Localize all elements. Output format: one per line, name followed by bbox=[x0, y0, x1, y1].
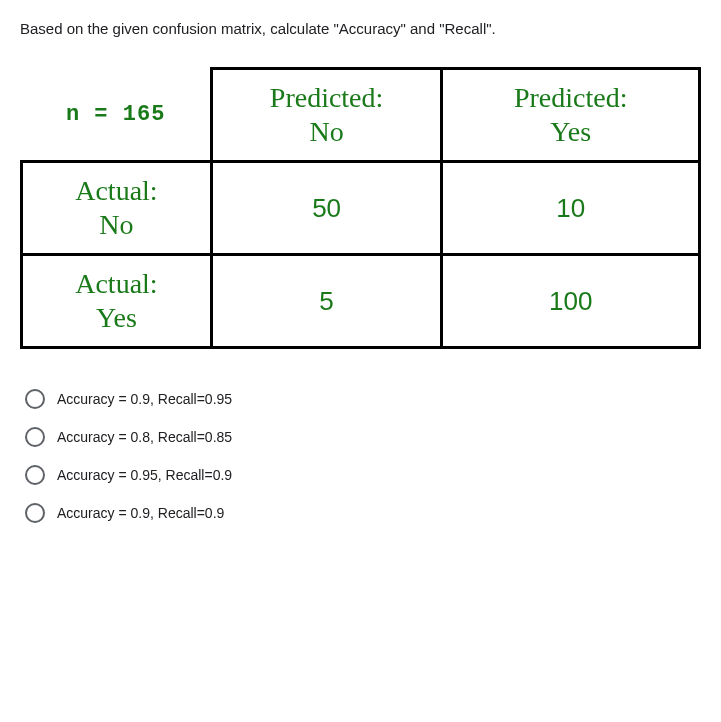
row-header-actual-no: Actual: No bbox=[23, 163, 210, 253]
actual-value-2: Yes bbox=[96, 301, 137, 335]
pred-label-2: Predicted: bbox=[514, 81, 628, 115]
cell-tn: 50 bbox=[213, 163, 441, 253]
actual-label-1: Actual: bbox=[75, 174, 157, 208]
option-1[interactable]: Accuracy = 0.9, Recall=0.95 bbox=[25, 389, 701, 409]
option-2-label: Accuracy = 0.8, Recall=0.85 bbox=[57, 429, 232, 445]
actual-value-1: No bbox=[99, 208, 133, 242]
option-3-label: Accuracy = 0.95, Recall=0.9 bbox=[57, 467, 232, 483]
radio-icon bbox=[25, 503, 45, 523]
cell-tp: 100 bbox=[443, 256, 698, 346]
actual-label-2: Actual: bbox=[75, 267, 157, 301]
value-tp: 100 bbox=[549, 286, 592, 317]
value-fp: 10 bbox=[556, 193, 585, 224]
pred-label-1: Predicted: bbox=[270, 81, 384, 115]
cell-fn: 5 bbox=[213, 256, 441, 346]
col-header-predicted-no: Predicted: No bbox=[213, 70, 441, 160]
value-fn: 5 bbox=[319, 286, 333, 317]
col-header-predicted-yes: Predicted: Yes bbox=[443, 70, 698, 160]
pred-value-1: No bbox=[309, 115, 343, 149]
option-4-label: Accuracy = 0.9, Recall=0.9 bbox=[57, 505, 224, 521]
option-1-label: Accuracy = 0.9, Recall=0.95 bbox=[57, 391, 232, 407]
answer-options: Accuracy = 0.9, Recall=0.95 Accuracy = 0… bbox=[20, 389, 701, 523]
option-4[interactable]: Accuracy = 0.9, Recall=0.9 bbox=[25, 503, 701, 523]
confusion-matrix: n = 165 Predicted: No Predicted: Yes Act… bbox=[20, 67, 701, 349]
option-3[interactable]: Accuracy = 0.95, Recall=0.9 bbox=[25, 465, 701, 485]
radio-icon bbox=[25, 427, 45, 447]
option-2[interactable]: Accuracy = 0.8, Recall=0.85 bbox=[25, 427, 701, 447]
n-value: n = 165 bbox=[66, 102, 165, 127]
radio-icon bbox=[25, 389, 45, 409]
row-header-actual-yes: Actual: Yes bbox=[23, 256, 210, 346]
matrix-n-cell: n = 165 bbox=[22, 69, 210, 159]
radio-icon bbox=[25, 465, 45, 485]
cell-fp: 10 bbox=[443, 163, 698, 253]
pred-value-2: Yes bbox=[550, 115, 591, 149]
value-tn: 50 bbox=[312, 193, 341, 224]
question-text: Based on the given confusion matrix, cal… bbox=[20, 20, 701, 37]
